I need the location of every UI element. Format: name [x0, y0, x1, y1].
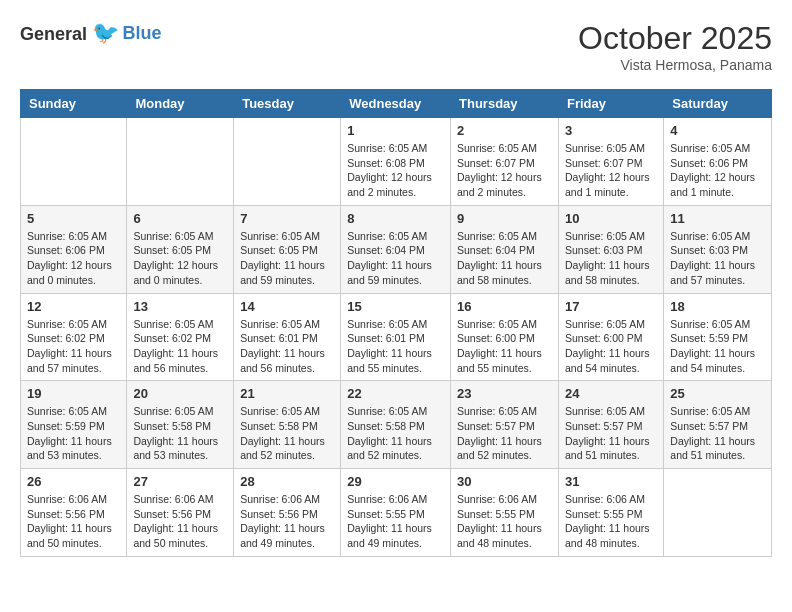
calendar-cell: 21Sunrise: 6:05 AMSunset: 5:58 PMDayligh…	[234, 381, 341, 469]
calendar-cell: 24Sunrise: 6:05 AMSunset: 5:57 PMDayligh…	[558, 381, 663, 469]
day-number: 22	[347, 386, 444, 401]
header-wednesday: Wednesday	[341, 90, 451, 118]
logo-general: General	[20, 24, 87, 44]
day-number: 25	[670, 386, 765, 401]
day-info: Sunrise: 6:06 AMSunset: 5:55 PMDaylight:…	[347, 492, 444, 551]
calendar-cell: 5Sunrise: 6:05 AMSunset: 6:06 PMDaylight…	[21, 205, 127, 293]
day-number: 24	[565, 386, 657, 401]
week-row-3: 12Sunrise: 6:05 AMSunset: 6:02 PMDayligh…	[21, 293, 772, 381]
day-number: 9	[457, 211, 552, 226]
calendar-header-row: SundayMondayTuesdayWednesdayThursdayFrid…	[21, 90, 772, 118]
day-number: 4	[670, 123, 765, 138]
header-saturday: Saturday	[664, 90, 772, 118]
day-number: 17	[565, 299, 657, 314]
calendar-cell: 16Sunrise: 6:05 AMSunset: 6:00 PMDayligh…	[451, 293, 559, 381]
week-row-4: 19Sunrise: 6:05 AMSunset: 5:59 PMDayligh…	[21, 381, 772, 469]
calendar-cell: 11Sunrise: 6:05 AMSunset: 6:03 PMDayligh…	[664, 205, 772, 293]
calendar-cell: 18Sunrise: 6:05 AMSunset: 5:59 PMDayligh…	[664, 293, 772, 381]
calendar-cell: 3Sunrise: 6:05 AMSunset: 6:07 PMDaylight…	[558, 118, 663, 206]
calendar-cell: 7Sunrise: 6:05 AMSunset: 6:05 PMDaylight…	[234, 205, 341, 293]
day-number: 29	[347, 474, 444, 489]
day-number: 21	[240, 386, 334, 401]
day-number: 14	[240, 299, 334, 314]
day-number: 31	[565, 474, 657, 489]
header-monday: Monday	[127, 90, 234, 118]
calendar-cell: 22Sunrise: 6:05 AMSunset: 5:58 PMDayligh…	[341, 381, 451, 469]
logo: General 🐦 Blue	[20, 20, 162, 46]
logo-blue: Blue	[123, 23, 162, 43]
calendar-cell: 29Sunrise: 6:06 AMSunset: 5:55 PMDayligh…	[341, 469, 451, 557]
day-info: Sunrise: 6:06 AMSunset: 5:55 PMDaylight:…	[457, 492, 552, 551]
day-info: Sunrise: 6:05 AMSunset: 5:57 PMDaylight:…	[670, 404, 765, 463]
day-number: 28	[240, 474, 334, 489]
day-info: Sunrise: 6:05 AMSunset: 6:01 PMDaylight:…	[240, 317, 334, 376]
month-title: October 2025	[578, 20, 772, 57]
day-number: 15	[347, 299, 444, 314]
calendar-cell: 28Sunrise: 6:06 AMSunset: 5:56 PMDayligh…	[234, 469, 341, 557]
day-info: Sunrise: 6:05 AMSunset: 6:05 PMDaylight:…	[133, 229, 227, 288]
day-number: 26	[27, 474, 120, 489]
day-info: Sunrise: 6:05 AMSunset: 6:00 PMDaylight:…	[457, 317, 552, 376]
calendar-cell: 27Sunrise: 6:06 AMSunset: 5:56 PMDayligh…	[127, 469, 234, 557]
day-info: Sunrise: 6:05 AMSunset: 5:58 PMDaylight:…	[133, 404, 227, 463]
day-number: 18	[670, 299, 765, 314]
calendar-cell: 26Sunrise: 6:06 AMSunset: 5:56 PMDayligh…	[21, 469, 127, 557]
calendar-cell: 8Sunrise: 6:05 AMSunset: 6:04 PMDaylight…	[341, 205, 451, 293]
day-number: 10	[565, 211, 657, 226]
day-number: 20	[133, 386, 227, 401]
day-number: 7	[240, 211, 334, 226]
day-number: 13	[133, 299, 227, 314]
day-info: Sunrise: 6:05 AMSunset: 6:06 PMDaylight:…	[670, 141, 765, 200]
calendar-cell: 20Sunrise: 6:05 AMSunset: 5:58 PMDayligh…	[127, 381, 234, 469]
day-info: Sunrise: 6:05 AMSunset: 6:03 PMDaylight:…	[565, 229, 657, 288]
day-number: 5	[27, 211, 120, 226]
calendar-cell: 13Sunrise: 6:05 AMSunset: 6:02 PMDayligh…	[127, 293, 234, 381]
calendar-cell	[664, 469, 772, 557]
day-info: Sunrise: 6:05 AMSunset: 5:57 PMDaylight:…	[457, 404, 552, 463]
week-row-2: 5Sunrise: 6:05 AMSunset: 6:06 PMDaylight…	[21, 205, 772, 293]
calendar-cell: 14Sunrise: 6:05 AMSunset: 6:01 PMDayligh…	[234, 293, 341, 381]
day-info: Sunrise: 6:05 AMSunset: 6:07 PMDaylight:…	[457, 141, 552, 200]
day-number: 11	[670, 211, 765, 226]
day-info: Sunrise: 6:05 AMSunset: 6:03 PMDaylight:…	[670, 229, 765, 288]
day-info: Sunrise: 6:06 AMSunset: 5:56 PMDaylight:…	[240, 492, 334, 551]
day-info: Sunrise: 6:05 AMSunset: 5:59 PMDaylight:…	[670, 317, 765, 376]
day-number: 23	[457, 386, 552, 401]
day-info: Sunrise: 6:05 AMSunset: 6:07 PMDaylight:…	[565, 141, 657, 200]
title-area: October 2025 Vista Hermosa, Panama	[578, 20, 772, 73]
day-info: Sunrise: 6:05 AMSunset: 6:02 PMDaylight:…	[27, 317, 120, 376]
day-info: Sunrise: 6:05 AMSunset: 5:59 PMDaylight:…	[27, 404, 120, 463]
day-number: 6	[133, 211, 227, 226]
day-info: Sunrise: 6:06 AMSunset: 5:56 PMDaylight:…	[27, 492, 120, 551]
calendar-cell	[127, 118, 234, 206]
week-row-1: 1Sunrise: 6:05 AMSunset: 6:08 PMDaylight…	[21, 118, 772, 206]
logo-bird-icon: 🐦	[92, 20, 119, 45]
calendar-cell	[234, 118, 341, 206]
calendar-cell: 4Sunrise: 6:05 AMSunset: 6:06 PMDaylight…	[664, 118, 772, 206]
calendar-cell: 23Sunrise: 6:05 AMSunset: 5:57 PMDayligh…	[451, 381, 559, 469]
day-info: Sunrise: 6:06 AMSunset: 5:56 PMDaylight:…	[133, 492, 227, 551]
day-info: Sunrise: 6:06 AMSunset: 5:55 PMDaylight:…	[565, 492, 657, 551]
day-info: Sunrise: 6:05 AMSunset: 5:58 PMDaylight:…	[347, 404, 444, 463]
day-info: Sunrise: 6:05 AMSunset: 6:01 PMDaylight:…	[347, 317, 444, 376]
day-number: 27	[133, 474, 227, 489]
day-info: Sunrise: 6:05 AMSunset: 6:04 PMDaylight:…	[347, 229, 444, 288]
day-info: Sunrise: 6:05 AMSunset: 6:00 PMDaylight:…	[565, 317, 657, 376]
day-info: Sunrise: 6:05 AMSunset: 6:06 PMDaylight:…	[27, 229, 120, 288]
day-info: Sunrise: 6:05 AMSunset: 6:05 PMDaylight:…	[240, 229, 334, 288]
header-thursday: Thursday	[451, 90, 559, 118]
day-info: Sunrise: 6:05 AMSunset: 5:57 PMDaylight:…	[565, 404, 657, 463]
calendar-cell: 1Sunrise: 6:05 AMSunset: 6:08 PMDaylight…	[341, 118, 451, 206]
day-number: 19	[27, 386, 120, 401]
day-number: 8	[347, 211, 444, 226]
day-number: 16	[457, 299, 552, 314]
header: General 🐦 Blue October 2025 Vista Hermos…	[20, 20, 772, 73]
calendar-cell: 17Sunrise: 6:05 AMSunset: 6:00 PMDayligh…	[558, 293, 663, 381]
day-number: 3	[565, 123, 657, 138]
day-number: 1	[347, 123, 444, 138]
header-friday: Friday	[558, 90, 663, 118]
calendar-cell	[21, 118, 127, 206]
week-row-5: 26Sunrise: 6:06 AMSunset: 5:56 PMDayligh…	[21, 469, 772, 557]
calendar-cell: 25Sunrise: 6:05 AMSunset: 5:57 PMDayligh…	[664, 381, 772, 469]
calendar-cell: 19Sunrise: 6:05 AMSunset: 5:59 PMDayligh…	[21, 381, 127, 469]
